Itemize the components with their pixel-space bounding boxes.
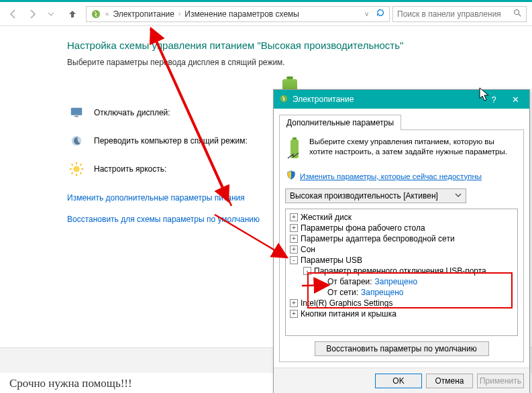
search-input[interactable]: [397, 9, 510, 19]
dialog-description: Выберите схему управления питанием, кото…: [309, 137, 518, 157]
tree-item[interactable]: +Кнопки питания и крышка: [287, 308, 516, 319]
chevron-left-icon: «: [105, 10, 109, 17]
toolbar: « Электропитание › Изменение параметров …: [0, 2, 532, 26]
svg-line-12: [72, 173, 73, 174]
plan-dropdown[interactable]: Высокая производительность [Активен]: [285, 188, 466, 203]
tree-item[interactable]: От сети: Запрещено: [287, 287, 516, 298]
tree-item[interactable]: +Intel(R) Graphics Settings: [287, 298, 516, 308]
tree-label: Сон: [301, 245, 315, 254]
footer-text: Срочно нужна помощь!!!: [9, 377, 132, 390]
search-bar[interactable]: [392, 6, 527, 22]
breadcrumb-item[interactable]: Электропитание: [113, 9, 174, 19]
help-button[interactable]: ?: [485, 92, 502, 107]
back-button[interactable]: [5, 6, 21, 22]
dialog-title: Электропитание: [292, 95, 354, 104]
tree-item[interactable]: От батареи: Запрещено: [287, 276, 516, 287]
sun-icon: [67, 161, 86, 177]
tree-item[interactable]: -Параметр временного отключения USB-порт…: [287, 266, 516, 276]
expand-icon[interactable]: +: [290, 310, 298, 318]
tree-item[interactable]: -Параметры USB: [287, 255, 516, 266]
tab-strip: Дополнительные параметры: [279, 114, 524, 130]
forward-button[interactable]: [24, 6, 40, 22]
expand-icon[interactable]: +: [290, 235, 298, 243]
svg-line-10: [72, 164, 73, 166]
svg-rect-2: [71, 108, 83, 115]
chevron-down-icon: [455, 191, 462, 201]
breadcrumb-item[interactable]: Изменение параметров схемы: [184, 9, 299, 19]
link-change-unavailable[interactable]: Изменить параметры, которые сейчас недос…: [300, 172, 482, 180]
power-icon: [279, 94, 288, 105]
ok-button[interactable]: OK: [375, 374, 422, 388]
tree-item[interactable]: +Параметры фона рабочего стола: [287, 223, 516, 233]
restore-defaults-button[interactable]: Восстановить параметры по умолчанию: [315, 341, 489, 356]
up-button[interactable]: [64, 6, 81, 22]
search-icon[interactable]: [513, 8, 522, 19]
svg-line-11: [81, 173, 82, 174]
svg-point-5: [73, 166, 79, 172]
close-button[interactable]: ✕: [507, 92, 524, 107]
dialog-titlebar[interactable]: Электропитание ? ✕: [274, 90, 529, 109]
tree-item[interactable]: +Жесткий диск: [287, 212, 516, 223]
tree-label: От батареи:: [327, 277, 372, 286]
expand-icon[interactable]: +: [290, 213, 298, 221]
tree-item[interactable]: +Сон: [287, 244, 516, 255]
tree-label: Параметр временного отключения USB-порта: [314, 266, 486, 276]
expand-icon[interactable]: +: [290, 299, 298, 307]
svg-rect-3: [74, 116, 78, 117]
page-title: Настройка схемы управления питанием "Выс…: [67, 40, 512, 51]
tree-label: От сети:: [327, 288, 358, 297]
tree-value[interactable]: Запрещено: [375, 277, 417, 286]
svg-point-1: [515, 10, 519, 15]
svg-line-13: [81, 164, 82, 166]
apply-button[interactable]: Применить: [477, 374, 524, 388]
power-icon: [91, 9, 101, 19]
moon-icon: [67, 133, 86, 149]
recent-dropdown[interactable]: [43, 6, 59, 22]
tree-label: Intel(R) Graphics Settings: [301, 298, 392, 308]
battery-plug-icon: [285, 137, 304, 165]
collapse-icon[interactable]: -: [290, 256, 298, 264]
tree-item[interactable]: +Параметры адаптера беспроводной сети: [287, 233, 516, 244]
page-subtitle: Выберите параметры перевода дисплея в сп…: [67, 58, 512, 67]
shield-icon: [286, 170, 296, 182]
power-options-dialog: Электропитание ? ✕ Дополнительные параме…: [273, 89, 530, 393]
tree-label: Параметры адаптера беспроводной сети: [301, 234, 455, 243]
tree-label: Кнопки питания и крышка: [301, 309, 396, 319]
svg-rect-17: [292, 137, 297, 139]
monitor-icon: [67, 105, 86, 121]
chevron-down-icon[interactable]: ∨: [364, 10, 369, 17]
collapse-icon[interactable]: -: [303, 267, 311, 275]
expand-icon[interactable]: +: [290, 224, 298, 232]
expand-icon[interactable]: +: [290, 245, 298, 254]
tab-advanced[interactable]: Дополнительные параметры: [279, 115, 401, 130]
cancel-button[interactable]: Отмена: [426, 374, 473, 388]
refresh-icon[interactable]: [376, 8, 385, 19]
chevron-right-icon: ›: [178, 10, 180, 17]
tree-label: Параметры USB: [301, 256, 362, 265]
settings-tree[interactable]: +Жесткий диск+Параметры фона рабочего ст…: [285, 209, 518, 336]
dialog-buttons: OK Отмена Применить: [274, 368, 529, 393]
address-bar[interactable]: « Электропитание › Изменение параметров …: [86, 6, 390, 22]
tree-label: Жесткий диск: [301, 213, 352, 222]
tree-label: Параметры фона рабочего стола: [301, 223, 425, 233]
tree-value[interactable]: Запрещено: [361, 288, 403, 297]
